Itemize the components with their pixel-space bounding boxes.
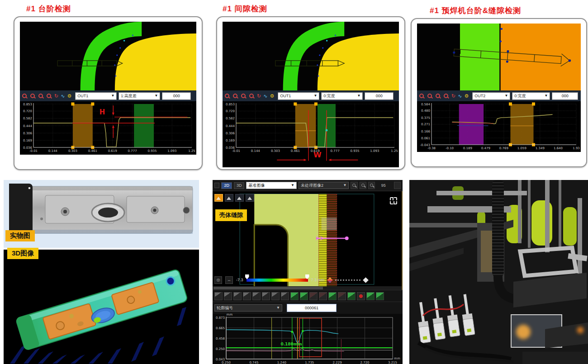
zoom-out-icon[interactable] bbox=[233, 292, 242, 300]
target-icon[interactable]: ◎ bbox=[214, 276, 222, 284]
profile-display-icon[interactable]: ∿ bbox=[61, 93, 65, 99]
raw-image-select[interactable]: 未处理图像2 ▼ bbox=[299, 182, 349, 189]
item-select-preweld[interactable]: 0:宽度 ▼ bbox=[512, 92, 550, 100]
profile-compare-icon[interactable] bbox=[300, 292, 308, 300]
svg-text:0.303: 0.303 bbox=[68, 149, 77, 153]
zoom-in-icon[interactable] bbox=[224, 292, 232, 300]
reset-view-icon[interactable]: ↻ bbox=[257, 93, 261, 99]
profile-overlay-icon[interactable] bbox=[290, 292, 299, 300]
settings-gear-icon[interactable]: ⚙ bbox=[67, 93, 71, 99]
select-tool-icon[interactable] bbox=[214, 292, 223, 300]
roi-b-icon[interactable] bbox=[319, 292, 327, 300]
svg-text:1.25: 1.25 bbox=[391, 149, 398, 153]
user-icon[interactable] bbox=[394, 182, 401, 189]
zoom-area-icon[interactable] bbox=[38, 93, 44, 99]
reset-view-icon[interactable]: ↻ bbox=[54, 93, 58, 99]
svg-text:1.059: 1.059 bbox=[517, 147, 526, 150]
machine-photo bbox=[409, 180, 588, 364]
heightmap-preweld[interactable] bbox=[417, 24, 581, 90]
svg-text:0.461: 0.461 bbox=[291, 149, 300, 153]
zoom-area-icon[interactable] bbox=[435, 93, 441, 99]
profile-display-icon[interactable]: ∿ bbox=[263, 93, 267, 99]
out-select-gap[interactable]: OUT1 ▼ bbox=[278, 92, 319, 100]
zoom-in-icon[interactable] bbox=[224, 93, 230, 99]
zoom-out-icon[interactable] bbox=[427, 93, 433, 99]
scale-handle-high[interactable] bbox=[305, 274, 309, 279]
value-box-gap[interactable]: 000 bbox=[365, 92, 394, 100]
profile-number-value[interactable]: 000061 bbox=[287, 304, 337, 312]
zoom-fit-icon[interactable] bbox=[46, 93, 52, 99]
mask-icon[interactable] bbox=[328, 292, 337, 300]
zoom-area-icon[interactable] bbox=[241, 93, 247, 99]
reset-view-icon[interactable]: ↻ bbox=[451, 93, 455, 99]
svg-text:0.271: 0.271 bbox=[421, 123, 430, 126]
item-select-gap-value: 0:宽度 bbox=[323, 93, 335, 99]
zoom-fit-icon[interactable] bbox=[443, 93, 449, 99]
position-icon[interactable] bbox=[246, 194, 254, 202]
export-icon[interactable] bbox=[366, 292, 375, 300]
position-slider[interactable] bbox=[335, 279, 360, 281]
heightmap-step[interactable] bbox=[20, 22, 196, 90]
panel-gap-title: #1 间隙检测 bbox=[223, 4, 267, 14]
profile-chart-step[interactable]: H-0.010.1440.3030.4610.6190.7770.9351.09… bbox=[20, 101, 196, 155]
record-icon[interactable] bbox=[357, 292, 365, 300]
zoom-out-icon[interactable] bbox=[232, 93, 238, 99]
measure-width-icon[interactable] bbox=[271, 292, 280, 300]
profile-chart-preweld[interactable]: -0.38-0.100.1890.4790.7691.0591.3491.640… bbox=[417, 101, 581, 152]
grid-icon[interactable] bbox=[281, 292, 289, 300]
scale-handle-low[interactable] bbox=[245, 274, 249, 279]
horizontal-scrollbar[interactable] bbox=[213, 286, 402, 290]
out-select-preweld[interactable]: OUT2 ▼ bbox=[472, 92, 510, 100]
svg-text:-0.01: -0.01 bbox=[232, 149, 240, 153]
range-icon[interactable]: ↔ bbox=[225, 276, 233, 284]
svg-text:0.036: 0.036 bbox=[23, 146, 33, 150]
caret-down-icon: ▼ bbox=[111, 94, 114, 98]
item-select-step[interactable]: 1:高度差 ▼ bbox=[119, 92, 160, 100]
svg-text:0.303: 0.303 bbox=[271, 149, 280, 153]
profile-number-select[interactable]: 轮廓编号 ▼ bbox=[214, 304, 282, 312]
item-select-gap[interactable]: 0:宽度 ▼ bbox=[321, 92, 363, 100]
profile-display-icon[interactable]: ∿ bbox=[458, 93, 462, 99]
list-view-button[interactable] bbox=[214, 183, 219, 188]
zoom-in-icon[interactable] bbox=[351, 182, 357, 189]
profile-number-row: 轮廓编号 ▼ 000061 bbox=[213, 302, 403, 314]
roi-a-icon[interactable] bbox=[309, 292, 318, 300]
marker-diamond-icon[interactable] bbox=[327, 277, 333, 283]
value-box-preweld[interactable]: 000 bbox=[552, 92, 578, 100]
profile-chart-gap[interactable]: W-0.010.1440.3030.4610.6190.7770.9351.09… bbox=[223, 101, 399, 167]
zoom-out-icon[interactable] bbox=[30, 93, 36, 99]
panel-step-title: #1 台阶检测 bbox=[26, 4, 71, 14]
3d-view-button[interactable]: 3D bbox=[234, 182, 245, 189]
edge-icon[interactable] bbox=[347, 292, 356, 300]
zoom-out-icon[interactable] bbox=[360, 182, 366, 189]
base-image-select[interactable]: 基准图像 ▼ bbox=[246, 182, 296, 189]
heightmap-gap[interactable] bbox=[223, 22, 399, 90]
report-icon[interactable] bbox=[376, 292, 384, 300]
svg-text:2.720: 2.720 bbox=[360, 361, 370, 364]
zoom-fit-icon[interactable] bbox=[249, 93, 255, 99]
texture-icon[interactable] bbox=[235, 194, 244, 202]
marker-diamond2-icon[interactable] bbox=[363, 277, 369, 283]
svg-text:1.25: 1.25 bbox=[188, 149, 195, 153]
zoom-in-icon[interactable] bbox=[22, 93, 28, 99]
pan-icon[interactable] bbox=[252, 292, 261, 300]
colormap-icon[interactable] bbox=[214, 194, 223, 202]
svg-text:0.306: 0.306 bbox=[23, 132, 33, 135]
out-select-step[interactable]: OUT1 ▼ bbox=[75, 92, 117, 100]
svg-text:0.169: 0.169 bbox=[23, 139, 32, 142]
filter-icon[interactable] bbox=[338, 292, 346, 300]
settings-gear-icon[interactable]: ⚙ bbox=[464, 93, 469, 99]
zoom-reset-icon[interactable] bbox=[243, 292, 251, 300]
fit-screen-icon[interactable] bbox=[368, 182, 375, 189]
svg-text:0.166: 0.166 bbox=[421, 130, 431, 133]
viewer-main[interactable]: 壳体缝隙 ◎ ↔ -7.3 7.3 mm bbox=[213, 191, 403, 290]
scrollbar-thumb[interactable] bbox=[213, 287, 323, 289]
height-map-icon[interactable] bbox=[225, 194, 233, 202]
value-box-step[interactable]: 000 bbox=[162, 92, 191, 100]
zoom-in-icon[interactable] bbox=[419, 93, 425, 99]
color-scale-slider[interactable] bbox=[247, 279, 308, 282]
settings-gear-icon[interactable]: ⚙ bbox=[270, 93, 274, 99]
profile-measure-chart[interactable]: 0.180mmmmmm0.2500.7451.2401.7352.2292.72… bbox=[213, 314, 403, 364]
measure-height-icon[interactable] bbox=[262, 292, 270, 300]
2d-view-button[interactable]: 2D bbox=[221, 182, 232, 189]
